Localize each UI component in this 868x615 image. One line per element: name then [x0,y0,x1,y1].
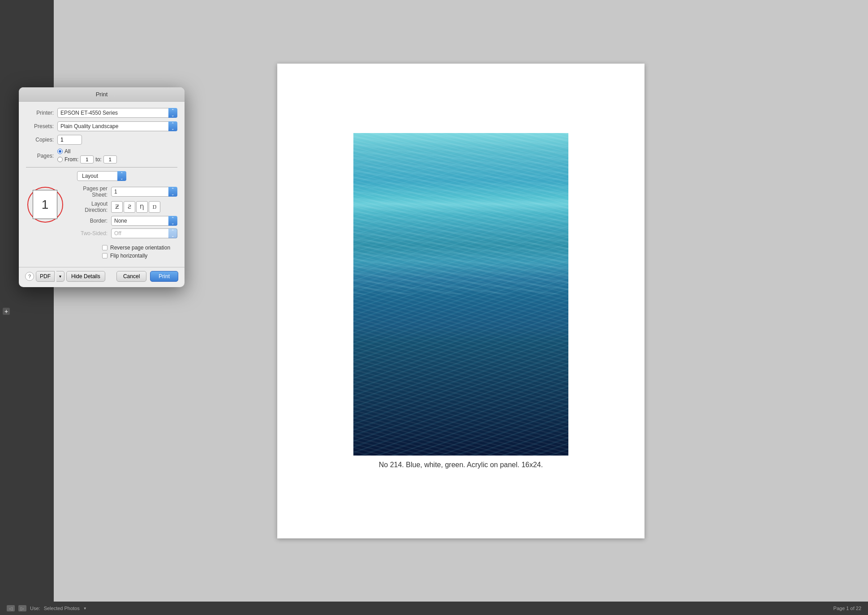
paper: No 214. Blue, white, green. Acrylic on p… [277,64,645,538]
dir-btn-s[interactable]: Ƨ [124,201,135,213]
layout-dropdown: Layout ⌃⌄ [77,171,126,181]
border-control: None ⌃⌄ [111,216,177,226]
bottom-bar: ◁ ▷ Use: Selected Photos ▼ Page 1 of 22 [0,602,868,615]
printer-label: Printer: [26,110,57,116]
presets-select[interactable]: Plain Quality Landscape [57,121,177,131]
bottom-bar-right: Page 1 of 22 [834,606,861,611]
pages-range-radio[interactable] [57,157,63,162]
two-sided-arrow: ⌃⌄ [168,228,177,238]
pages-from-label: From: [64,156,78,163]
pages-to-input[interactable] [103,155,117,163]
pages-radio-group: All From: to: [57,148,117,163]
preview-number: 1 [42,198,49,212]
pdf-dropdown-icon: ▼ [59,275,62,279]
printer-select-wrapper: EPSON ET-4550 Series ⌃⌄ [57,108,177,118]
flip-horizontal-label: Flip horizontally [110,253,147,259]
artwork-caption: No 214. Blue, white, green. Acrylic on p… [379,461,543,469]
copies-label: Copies: [26,137,57,143]
layout-direction-label: Layout Direction: [69,201,111,213]
page-preview: 1 [26,185,64,224]
presets-label: Presets: [26,123,57,129]
use-dropdown-icon[interactable]: ▼ [83,606,87,611]
pages-from-row: From: to: [57,155,117,163]
reverse-page-checkbox[interactable] [102,245,107,250]
presets-control: Plain Quality Landscape ⌃⌄ [57,121,177,131]
layout-form: Pages per Sheet: 1 ⌃⌄ Layout Direction: … [69,185,177,241]
flip-horizontal-checkbox[interactable] [102,253,107,258]
printer-arrow[interactable]: ⌃⌄ [168,108,177,118]
border-select[interactable]: None [111,216,177,226]
pdf-button[interactable]: PDF [36,271,55,282]
dialog-title: Print [96,91,108,98]
footer-left: ? PDF ▼ Hide Details [25,271,105,282]
printer-row: Printer: EPSON ET-4550 Series ⌃⌄ [26,108,177,118]
hide-details-label: Hide Details [71,273,100,280]
printer-control: EPSON ET-4550 Series ⌃⌄ [57,108,177,118]
two-sided-wrapper: Off ⌃⌄ [111,228,177,238]
pages-per-sheet-arrow[interactable]: ⌃⌄ [168,187,177,197]
reverse-page-label: Reverse page orientation [110,245,170,251]
separator-1 [26,167,177,168]
printer-select[interactable]: EPSON ET-4550 Series [57,108,177,118]
presets-select-wrapper: Plain Quality Landscape ⌃⌄ [57,121,177,131]
print-label: Print [159,273,170,280]
use-value[interactable]: Selected Photos [44,606,80,611]
pages-per-sheet-row: Pages per Sheet: 1 ⌃⌄ [69,185,177,198]
copies-row: Copies: [26,135,177,145]
dialog-titlebar: Print [19,87,185,102]
layout-content: 1 Pages per Sheet: 1 ⌃⌄ La [26,185,177,241]
dir-btn-n2[interactable]: Ŋ [149,201,160,213]
layout-direction-control: Ƶ Ƨ Ƞ Ŋ [111,201,177,213]
dialog-footer: ? PDF ▼ Hide Details Cancel Print [19,267,185,287]
border-arrow[interactable]: ⌃⌄ [168,216,177,226]
pdf-dropdown-button[interactable]: ▼ [56,271,64,282]
bottom-bar-left: ◁ ▷ Use: Selected Photos ▼ [7,605,87,611]
two-sided-row: Two-Sided: Off ⌃⌄ [69,228,177,238]
artwork-image [353,133,568,456]
hide-details-button[interactable]: Hide Details [66,271,105,282]
pages-all-label: All [64,148,70,155]
two-sided-control: Off ⌃⌄ [111,228,177,238]
nav-icon-fwd[interactable]: ▷ [18,605,26,611]
pages-per-sheet-label: Pages per Sheet: [69,185,111,198]
direction-buttons: Ƶ Ƨ Ƞ Ŋ [111,201,177,213]
print-dialog: Print Printer: EPSON ET-4550 Series ⌃⌄ P… [19,87,185,287]
print-button[interactable]: Print [150,271,178,282]
help-button[interactable]: ? [25,272,34,281]
border-row: Border: None ⌃⌄ [69,216,177,226]
pdf-label: PDF [40,273,51,280]
border-wrapper: None ⌃⌄ [111,216,177,226]
copies-control [57,135,177,145]
two-sided-select: Off [111,228,177,238]
copies-input[interactable] [57,135,82,145]
pages-control: All From: to: [57,148,177,163]
pages-from-input[interactable] [80,155,94,163]
pages-per-sheet-wrapper: 1 ⌃⌄ [111,187,177,197]
presets-row: Presets: Plain Quality Landscape ⌃⌄ [26,121,177,131]
layout-direction-row: Layout Direction: Ƶ Ƨ Ƞ Ŋ [69,201,177,213]
cancel-label: Cancel [123,273,140,280]
pages-all-radio[interactable] [57,149,63,154]
presets-arrow[interactable]: ⌃⌄ [168,121,177,131]
reverse-page-row: Reverse page orientation [26,245,177,251]
page-info: Page 1 of 22 [834,606,861,611]
dir-btn-z[interactable]: Ƶ [111,201,123,213]
nav-icon-back[interactable]: ◁ [7,605,15,611]
layout-section-header: Layout ⌃⌄ [26,171,177,181]
dir-btn-n[interactable]: Ƞ [136,201,148,213]
cancel-button[interactable]: Cancel [116,271,146,282]
add-button[interactable]: + [3,308,10,315]
pages-to-label: to: [95,156,101,163]
flip-horizontal-row: Flip horizontally [26,253,177,259]
pages-per-sheet-select[interactable]: 1 [111,187,177,197]
help-icon: ? [28,274,31,279]
footer-right: Cancel Print [116,271,178,282]
pages-all-row: All [57,148,117,155]
pages-per-sheet-control: 1 ⌃⌄ [111,187,177,197]
border-label: Border: [69,218,111,224]
dialog-body: Printer: EPSON ET-4550 Series ⌃⌄ Presets… [19,102,185,265]
pages-row: Pages: All From: to: [26,148,177,163]
layout-section-arrow[interactable]: ⌃⌄ [117,171,126,181]
pages-label: Pages: [26,153,57,159]
two-sided-label: Two-Sided: [69,230,111,237]
